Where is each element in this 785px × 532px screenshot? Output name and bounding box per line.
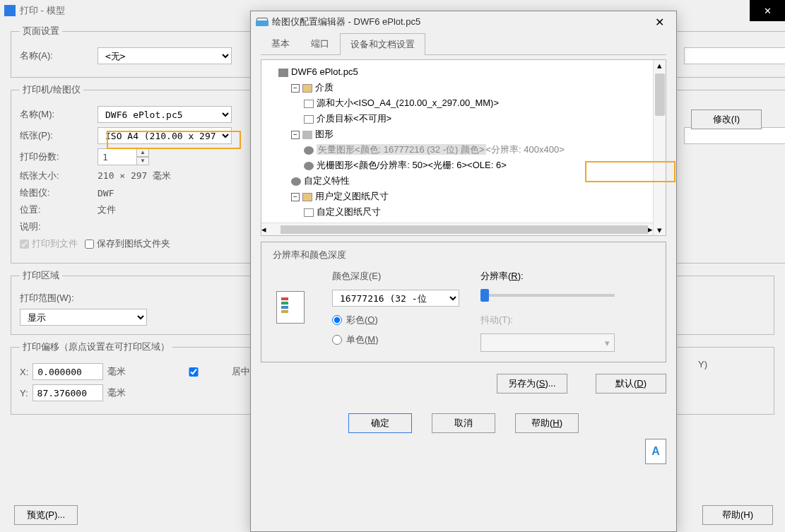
slider-thumb[interactable] [480, 289, 489, 302]
color-depth-select[interactable]: 16777216 (32 -位 [332, 290, 459, 307]
editor-title: 绘图仪配置编辑器 - DWF6 ePlot.pc5 [272, 16, 420, 28]
y-paren-label: Y) [698, 359, 707, 370]
modify-button[interactable]: 修改(I) [691, 110, 762, 129]
paper-select[interactable]: ISO A4 (210.00 x 297. [98, 127, 232, 144]
print-title: 打印 - 模型 [20, 4, 65, 17]
default-button[interactable]: 默认(D) [596, 374, 666, 394]
tab-basic[interactable]: 基本 [261, 32, 300, 54]
tree-view[interactable]: DWF6 ePlot.pc5 −介质 源和大小<ISO_A4_(210.00_x… [261, 59, 666, 236]
offset-x-input[interactable] [33, 363, 103, 380]
radio-color[interactable]: 彩色(O) [332, 314, 459, 326]
editor-tabs: 基本 端口 设备和文档设置 [261, 32, 666, 55]
tree-media[interactable]: 介质 [315, 82, 334, 93]
group-title: 分辨率和颜色深度 [270, 249, 349, 261]
vertical-scrollbar[interactable]: ▴ ▾ [653, 60, 666, 235]
collapse-icon[interactable]: − [291, 193, 300, 201]
gear-icon [304, 162, 314, 170]
printer-icon [256, 18, 268, 26]
media-icon [302, 84, 312, 93]
tree-root[interactable]: DWF6 ePlot.pc5 [291, 66, 358, 77]
offset-x-unit: 毫米 [107, 365, 126, 378]
location-value: 文件 [98, 203, 116, 216]
printer-name-label: 名称(M): [20, 108, 98, 121]
collapse-icon[interactable]: − [291, 84, 300, 93]
size-value: 210 × 297 毫米 [98, 170, 171, 182]
plotter-value: DWF [98, 188, 114, 199]
tree-custom[interactable]: 自定义特性 [304, 175, 350, 186]
tree-userpaper[interactable]: 用户定义图纸尺寸 [315, 191, 389, 201]
plotter-label: 绘图仪: [20, 187, 98, 199]
range-select[interactable]: 显示 [20, 309, 147, 326]
saveas-button[interactable]: 另存为(S)... [497, 374, 567, 394]
offset-y-unit: 毫米 [107, 386, 126, 399]
gear-icon [291, 177, 301, 186]
gear-icon [304, 146, 314, 155]
range-label: 打印范围(W): [20, 292, 74, 305]
tree-vector-a[interactable]: 矢量图形<颜色: 16777216 (32 -位) 颜色> [317, 144, 486, 155]
printer-tree-icon [278, 69, 288, 77]
printer-name-select[interactable]: DWF6 ePlot.pc5 [98, 106, 232, 123]
spin-up-icon[interactable]: ▲ [136, 148, 149, 157]
offset-y-label: Y: [20, 388, 28, 398]
print-area-legend: 打印区域 [20, 269, 62, 282]
color-preview-icon [276, 291, 305, 324]
offset-legend: 打印偏移（原点设置在可打印区域） [20, 341, 172, 353]
page-name-extra-select[interactable] [684, 47, 785, 64]
help-button-main[interactable]: 帮助(H) [702, 505, 773, 525]
doc-icon [304, 100, 314, 108]
save-to-sheet-checkbox[interactable]: 保存到图纸文件夹 [85, 237, 170, 250]
cancel-button[interactable]: 取消 [432, 413, 495, 433]
preview-button[interactable]: 预览(P)... [14, 505, 78, 525]
hscroll-thumb[interactable] [281, 225, 648, 234]
collapse-icon[interactable]: − [291, 131, 300, 139]
resolution-slider[interactable] [480, 294, 615, 297]
ok-button[interactable]: 确定 [348, 413, 412, 433]
size-label: 纸张大小: [20, 170, 98, 182]
close-icon[interactable]: ✕ [750, 0, 785, 21]
help-button[interactable]: 帮助(H) [515, 413, 579, 433]
editor-titlebar: 绘图仪配置编辑器 - DWF6 ePlot.pc5 ✕ [251, 11, 676, 32]
tree-vector-b[interactable]: <分辨率: 400x400> [486, 144, 565, 155]
paper-label: 纸张(P): [20, 129, 98, 142]
spin-down-icon[interactable]: ▼ [136, 157, 149, 165]
scroll-thumb[interactable] [655, 73, 665, 116]
scroll-up-icon[interactable]: ▴ [657, 60, 662, 71]
page-name-select[interactable]: <无> [98, 47, 232, 64]
tree-raster[interactable]: 光栅图形<颜色/分辨率: 50><光栅: 6><OLE: 6> [317, 160, 507, 170]
print-to-file-checkbox[interactable]: 打印到文件 [20, 237, 78, 250]
copies-input[interactable] [98, 148, 137, 165]
color-depth-label: 颜色深度(E) [332, 270, 459, 283]
offset-x-label: X: [20, 367, 28, 377]
paper-a-icon: A [645, 439, 666, 464]
radio-mono[interactable]: 单色(M) [332, 333, 459, 346]
app-logo-icon [4, 5, 16, 16]
page-icon [302, 193, 312, 201]
page-name-label: 名称(A): [20, 49, 98, 62]
scroll-right-icon[interactable]: ▸ [648, 224, 653, 235]
scroll-down-icon[interactable]: ▾ [657, 225, 662, 235]
tree-graphics[interactable]: 图形 [315, 129, 334, 139]
graphics-icon [302, 131, 312, 139]
offset-y-input[interactable] [33, 384, 103, 401]
dither-label: 抖动(T): [480, 314, 615, 326]
resolution-label: 分辨率(R): [480, 270, 615, 283]
tree-source[interactable]: 源和大小<ISO_A4_(210.00_x_297.00_MM)> [317, 97, 499, 108]
close-icon[interactable]: ✕ [648, 13, 671, 31]
doc-icon [304, 115, 314, 124]
page-setup-legend: 页面设置 [20, 25, 62, 37]
tree-target[interactable]: 介质目标<不可用> [317, 113, 391, 124]
horizontal-scrollbar[interactable]: ◂ ▸ [261, 223, 653, 235]
plotter-config-editor-dialog: 绘图仪配置编辑器 - DWF6 ePlot.pc5 ✕ 基本 端口 设备和文档设… [250, 11, 677, 532]
tab-port[interactable]: 端口 [300, 32, 340, 54]
copies-label: 打印份数: [20, 150, 98, 163]
desc-label: 说明: [20, 220, 98, 233]
printer-legend: 打印机/绘图仪 [20, 83, 83, 96]
dither-select: ▾ [480, 333, 615, 352]
paper-extra-select[interactable] [684, 127, 785, 144]
scroll-left-icon[interactable]: ◂ [261, 224, 266, 235]
doc-icon [304, 208, 314, 217]
location-label: 位置: [20, 203, 98, 216]
resolution-group: 分辨率和颜色深度 颜色深度(E) 16777216 (32 -位 彩色(O) 单… [261, 242, 666, 362]
tree-custompaper[interactable]: 自定义图纸尺寸 [317, 206, 381, 217]
tab-device[interactable]: 设备和文档设置 [340, 33, 425, 55]
